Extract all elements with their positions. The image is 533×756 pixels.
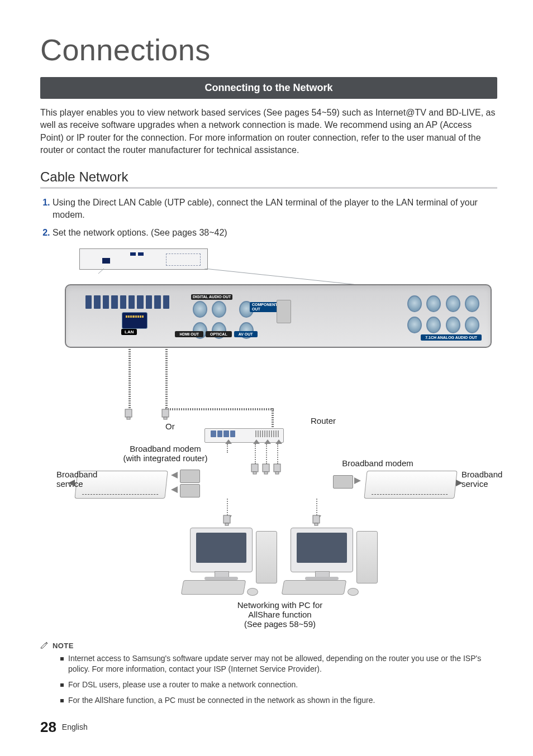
note-item: Internet access to Samsung's software up…: [60, 653, 497, 675]
arrow-up-icon: [266, 444, 267, 464]
svg-rect-2: [162, 409, 169, 417]
lan-port-icon: LAN: [122, 312, 147, 329]
analog-jack-cluster: [406, 295, 480, 336]
rca-jack-icon: [212, 301, 226, 318]
note-list: Internet access to Samsung's software up…: [60, 653, 497, 706]
player-mini-icon: [79, 248, 208, 270]
note-heading-text: NOTE: [53, 642, 74, 650]
note-block: NOTE Internet access to Samsung's softwa…: [40, 640, 497, 706]
modem-port-icon: [180, 470, 200, 483]
arrow-right-icon: [456, 480, 463, 486]
rca-jack-icon: [465, 317, 479, 333]
hdmi-port-icon: [277, 300, 291, 323]
component-out-label: COMPONENT OUT: [250, 302, 280, 312]
rca-jack-icon: [407, 317, 422, 333]
note-item: For DSL users, please use a router to ma…: [60, 680, 497, 691]
step-item: Set the network options. (See pages 38~4…: [53, 227, 497, 239]
broadband-service-text: Broadband service: [56, 470, 97, 489]
optical-label: OPTICAL: [206, 331, 232, 337]
caption-line: (See pages 58~59): [244, 619, 316, 629]
router-icon: [204, 428, 284, 443]
svg-rect-4: [251, 464, 258, 472]
rca-jack-icon: [446, 295, 460, 312]
arrow-down-icon: [227, 499, 228, 515]
network-diagram: LAN DIGITAL AUDIO OUT COMPONENT OUT: [59, 248, 497, 634]
analog-audio-out-label: 7.1CH ANALOG AUDIO OUT: [421, 334, 482, 341]
svg-rect-5: [253, 472, 256, 474]
broadband-service-text: Broadband service: [461, 470, 502, 489]
svg-rect-12: [313, 515, 320, 523]
page-footer: 28 English: [40, 719, 88, 736]
note-pencil-icon: [40, 641, 48, 650]
rca-jack-icon: [446, 317, 460, 333]
svg-rect-13: [315, 523, 318, 525]
av-out-label: AV OUT: [234, 331, 258, 337]
modem-left-line1: Broadband modem: [130, 444, 201, 453]
svg-rect-11: [225, 523, 229, 525]
svg-rect-10: [223, 515, 230, 523]
step-item: Using the Direct LAN Cable (UTP cable), …: [53, 197, 497, 222]
cable-line-icon: [165, 408, 274, 410]
rj45-plug-icon: [272, 463, 282, 475]
section-title: Connections: [40, 32, 497, 67]
page-number: 28: [40, 719, 56, 735]
pc-icon: [182, 528, 277, 595]
vent-icon: [85, 295, 169, 309]
rca-jack-icon: [426, 317, 441, 333]
rj45-plug-icon: [311, 514, 321, 527]
player-back-panel: LAN DIGITAL AUDIO OUT COMPONENT OUT: [65, 284, 492, 348]
broadband-service-right-label: Broadband service: [461, 470, 508, 489]
arrow-up-icon: [277, 444, 278, 464]
arrow-left-icon: [68, 480, 75, 486]
arrow-left-icon: [171, 486, 178, 493]
cable-line-icon: [129, 347, 131, 410]
pc-icon: [283, 528, 378, 595]
svg-rect-3: [164, 417, 167, 419]
modem-left-label: Broadband modem (with integrated router): [110, 444, 221, 463]
modem-icon: [364, 471, 457, 499]
rca-jack-icon: [407, 295, 422, 312]
modem-port-icon: [333, 475, 353, 489]
port-strip-labels: HDMI OUT OPTICAL AV OUT: [164, 331, 270, 337]
broadband-service-left-label: Broadband service: [56, 470, 101, 489]
arrow-left-icon: [171, 472, 178, 479]
cable-line-icon: [165, 347, 168, 410]
note-item: For the AllShare function, a PC must be …: [60, 695, 497, 706]
svg-rect-9: [275, 472, 279, 474]
intro-paragraph: This player enables you to view network …: [40, 107, 497, 157]
rj45-plug-icon: [250, 463, 260, 475]
caption-line: Networking with PC for: [237, 600, 323, 610]
modem-left-line2: (with integrated router): [123, 453, 208, 463]
diagram-caption: Networking with PC for AllShare function…: [216, 600, 344, 629]
router-label: Router: [311, 416, 336, 425]
svg-rect-7: [264, 472, 268, 474]
note-heading: NOTE: [40, 640, 497, 650]
arrow-up-icon: [227, 444, 228, 453]
svg-rect-0: [125, 409, 132, 417]
modem-right-label: Broadband modem: [333, 458, 422, 468]
hdmi-out-label: HDMI OUT: [175, 331, 203, 337]
svg-rect-6: [263, 464, 269, 472]
cable-network-heading: Cable Network: [40, 169, 497, 189]
lan-port-label: LAN: [121, 329, 137, 335]
steps-list: Using the Direct LAN Cable (UTP cable), …: [40, 197, 497, 240]
svg-rect-1: [127, 417, 130, 419]
subsection-header-bar: Connecting to the Network: [40, 77, 497, 99]
arrow-up-icon: [255, 444, 256, 464]
rca-jack-icon: [426, 295, 441, 312]
or-label: Or: [165, 422, 175, 431]
rca-jack-icon: [465, 295, 479, 312]
rj45-plug-icon: [222, 514, 232, 527]
svg-rect-8: [274, 464, 280, 472]
rca-jack-icon: [193, 301, 207, 318]
caption-line: AllShare function: [248, 610, 311, 619]
digital-audio-out-label: DIGITAL AUDIO OUT: [191, 294, 232, 300]
rj45-plug-icon: [261, 463, 271, 475]
page-language: English: [62, 722, 88, 731]
modem-port-icon: [180, 484, 200, 497]
arrow-right-icon: [354, 477, 361, 484]
cable-line-icon: [272, 408, 274, 427]
rj45-plug-icon: [160, 408, 170, 420]
rj45-plug-icon: [123, 408, 134, 420]
document-page: Connections Connecting to the Network Th…: [0, 0, 533, 756]
